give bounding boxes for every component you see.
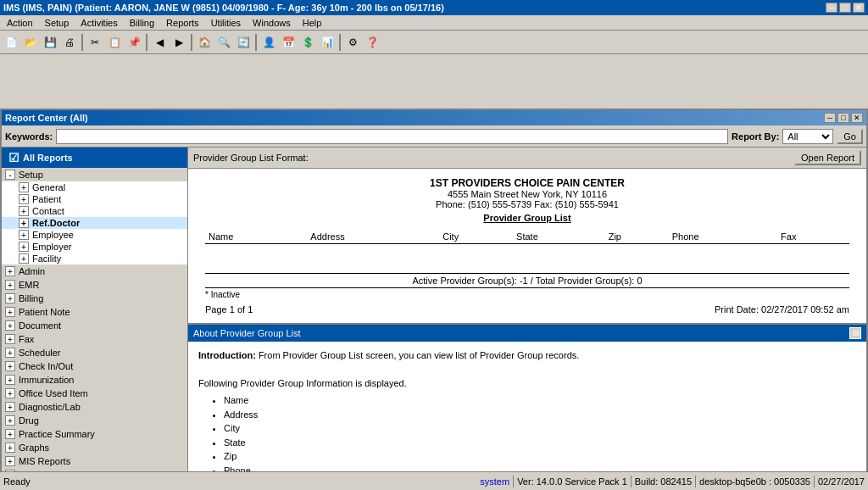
tree-emr[interactable]: + EMR	[2, 278, 187, 292]
immunization-toggle[interactable]: +	[5, 375, 15, 385]
graphs-toggle[interactable]: +	[5, 443, 15, 453]
keywords-input[interactable]	[56, 129, 728, 144]
go-button[interactable]: Go	[837, 129, 863, 144]
admin-toggle[interactable]: +	[5, 266, 15, 276]
tool-copy[interactable]: 📋	[105, 33, 124, 52]
tool-billing[interactable]: 💲	[298, 33, 317, 52]
patient-toggle[interactable]: +	[19, 194, 29, 204]
tree-checkinout[interactable]: + Check In/Out	[2, 359, 187, 373]
patient-note-toggle[interactable]: +	[5, 307, 15, 317]
scheduler-toggle[interactable]: +	[5, 348, 15, 358]
clinic-name: 1ST PROVIDERS CHOICE PAIN CENTER	[205, 177, 849, 189]
emr-toggle[interactable]: +	[5, 280, 15, 290]
tool-save[interactable]: 💾	[41, 33, 59, 52]
report-by-select[interactable]: All	[782, 129, 833, 144]
mis-toggle[interactable]: +	[5, 456, 15, 466]
tool-cut[interactable]: ✂	[86, 33, 104, 52]
tool-new[interactable]: 📄	[2, 33, 20, 52]
tool-print[interactable]: 🖨	[60, 33, 79, 52]
field-state: State	[224, 436, 856, 450]
tree-general[interactable]: + General	[2, 181, 187, 193]
all-reports-tab[interactable]: ☑ All Reports	[2, 148, 187, 168]
open-report-button[interactable]: Open Report	[794, 150, 861, 165]
tree-admin[interactable]: + Admin	[2, 264, 187, 278]
maximize-btn[interactable]: □	[839, 3, 851, 13]
tree-scheduler[interactable]: + Scheduler	[2, 346, 187, 359]
rc-minimize-btn[interactable]: ─	[824, 113, 836, 123]
setup-toggle[interactable]: -	[5, 170, 15, 180]
tool-calendar[interactable]: 📅	[279, 33, 298, 52]
tree-document[interactable]: + Document	[2, 319, 187, 332]
tool-help[interactable]: ❓	[363, 33, 381, 52]
tool-patient[interactable]: 👤	[259, 33, 278, 52]
admin-label: Admin	[19, 266, 45, 276]
tool-forward[interactable]: ▶	[170, 33, 188, 52]
menu-reports[interactable]: Reports	[161, 17, 204, 29]
fax-toggle[interactable]: +	[5, 334, 15, 344]
diagnostic-toggle[interactable]: +	[5, 402, 15, 412]
tree-graphs[interactable]: + Graphs	[2, 441, 187, 454]
document-toggle[interactable]: +	[5, 320, 15, 331]
employer-toggle[interactable]: +	[19, 242, 29, 252]
employee-toggle[interactable]: +	[19, 230, 29, 240]
drug-toggle[interactable]: +	[5, 415, 15, 426]
tree-setup[interactable]: - Setup	[2, 168, 187, 181]
tree-fax[interactable]: + Fax	[2, 332, 187, 346]
status-date: 02/27/2017	[818, 476, 865, 487]
menu-utilities[interactable]: Utilities	[206, 17, 246, 29]
tree-drug[interactable]: + Drug	[2, 414, 187, 427]
ref-doctor-toggle[interactable]: +	[19, 218, 29, 228]
menu-windows[interactable]: Windows	[248, 17, 296, 29]
tree-patient[interactable]: + Patient	[2, 193, 187, 205]
tree-employer[interactable]: + Employer	[2, 241, 187, 253]
tree-mis-reports[interactable]: + MIS Reports	[2, 454, 187, 468]
tree-contact[interactable]: + Contact	[2, 205, 187, 217]
about-expand-btn[interactable]: ⧉	[849, 327, 861, 339]
tool-settings[interactable]: ⚙	[343, 33, 362, 52]
tree-office-used-item[interactable]: + Office Used Item	[2, 387, 187, 400]
facility-toggle[interactable]: +	[19, 253, 29, 264]
tool-search[interactable]: 🔍	[214, 33, 233, 52]
practice-toggle[interactable]: +	[5, 429, 15, 439]
app-title: IMS (IMS, PAIN) (Patient: AARON, JANE W …	[3, 3, 444, 13]
col-address: Address	[307, 230, 439, 244]
tree-ref-doctor[interactable]: + Ref.Doctor	[2, 217, 187, 229]
menu-help[interactable]: Help	[298, 17, 327, 29]
patient-note-label: Patient Note	[19, 307, 70, 317]
tree-diagnostic-lab[interactable]: + Diagnostic/Lab	[2, 400, 187, 414]
tool-back[interactable]: ◀	[150, 33, 169, 52]
close-btn[interactable]: ✕	[853, 3, 865, 13]
about-content: Introduction: From Provider Group List s…	[188, 342, 866, 491]
general-toggle[interactable]: +	[19, 182, 29, 192]
tree-facility[interactable]: + Facility	[2, 253, 187, 264]
contact-toggle[interactable]: +	[19, 206, 29, 216]
minimize-btn[interactable]: ─	[826, 3, 837, 13]
tree-immunization[interactable]: + Immunization	[2, 373, 187, 387]
tree-employee[interactable]: + Employee	[2, 229, 187, 241]
about-intro: Introduction: From Provider Group List s…	[198, 348, 856, 363]
menu-action[interactable]: Action	[2, 17, 38, 29]
tool-home[interactable]: 🏠	[195, 33, 214, 52]
tree-patient-note[interactable]: + Patient Note	[2, 305, 187, 319]
status-divider-1	[513, 476, 514, 487]
menu-billing[interactable]: Billing	[125, 17, 159, 29]
tool-open[interactable]: 📂	[21, 33, 40, 52]
table-row	[205, 244, 849, 270]
tree-billing[interactable]: + Billing	[2, 292, 187, 305]
tool-reports[interactable]: 📊	[318, 33, 337, 52]
rc-close-btn[interactable]: ✕	[851, 113, 863, 123]
status-right: system Ver: 14.0.0 Service Pack 1 Build:…	[480, 476, 865, 487]
rc-maximize-btn[interactable]: □	[837, 113, 849, 123]
status-build: Build: 082415	[635, 476, 692, 487]
office-used-toggle[interactable]: +	[5, 388, 15, 398]
menu-setup[interactable]: Setup	[40, 17, 75, 29]
report-footer: Page 1 of 1 Print Date: 02/27/2017 09:52…	[205, 304, 849, 315]
tool-paste[interactable]: 📌	[125, 33, 143, 52]
menu-activities[interactable]: Activities	[75, 17, 122, 29]
status-version: Ver: 14.0.0 Service Pack 1	[517, 476, 627, 487]
billing-toggle[interactable]: +	[5, 293, 15, 303]
checkinout-toggle[interactable]: +	[5, 361, 15, 371]
tool-refresh[interactable]: 🔄	[234, 33, 253, 52]
tree-practice-summary[interactable]: + Practice Summary	[2, 427, 187, 441]
field-city: City	[224, 421, 856, 436]
